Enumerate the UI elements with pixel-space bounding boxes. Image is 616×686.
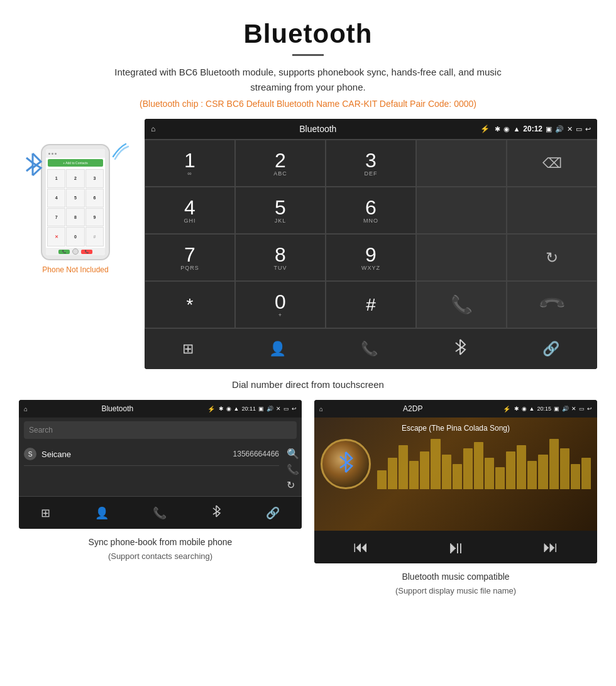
phone-key[interactable]: 4 bbox=[47, 189, 65, 207]
key-empty-4 bbox=[416, 234, 507, 281]
contact-row[interactable]: S Seicane 13566664466 bbox=[24, 443, 279, 466]
pb-home-icon[interactable]: ⌂ bbox=[24, 406, 28, 412]
phone-key[interactable]: 3 bbox=[85, 169, 104, 188]
key-4[interactable]: 4 GHI bbox=[145, 187, 235, 234]
phone-key[interactable]: ✕ bbox=[47, 227, 65, 246]
pb-phone-icon[interactable]: 📞 bbox=[153, 506, 167, 520]
prev-icon[interactable]: ⏮ bbox=[353, 538, 368, 556]
album-bt-icon bbox=[337, 451, 355, 478]
key-9[interactable]: 9 WXYZ bbox=[326, 234, 416, 281]
phone-key[interactable]: 7 bbox=[47, 208, 65, 227]
pb-close-icon[interactable]: ✕ bbox=[276, 406, 281, 412]
rect-status-icon[interactable]: ▭ bbox=[576, 125, 582, 133]
music-status-title: A2DP bbox=[327, 404, 499, 413]
pb-call-icon[interactable]: 📞 bbox=[287, 463, 299, 475]
svg-line-7 bbox=[340, 464, 346, 468]
contacts-icon[interactable]: 👤 bbox=[269, 341, 286, 357]
key-2[interactable]: 2 ABC bbox=[235, 140, 326, 187]
close-status-icon[interactable]: ✕ bbox=[567, 125, 573, 133]
pb-contacts-icon[interactable]: 👤 bbox=[95, 506, 109, 520]
play-pause-icon[interactable]: ⏯ bbox=[447, 537, 465, 558]
key-5[interactable]: 5 JKL bbox=[235, 187, 326, 234]
pb-status-icons: ✱ ◉ ▲ 20:11 ▣ 🔊 ✕ ▭ ↩ bbox=[219, 406, 297, 412]
phone-key[interactable]: 0 bbox=[66, 227, 84, 246]
viz-bar bbox=[399, 445, 408, 489]
pb-back-icon[interactable]: ↩ bbox=[292, 406, 297, 412]
phone-keypad: 1 2 3 4 5 6 7 8 9 ✕ 0 # bbox=[46, 168, 105, 248]
pb-sync-icon[interactable]: ↻ bbox=[287, 479, 299, 491]
key-6[interactable]: 6 MNO bbox=[326, 187, 416, 234]
viz-bar bbox=[409, 461, 419, 489]
music-back-icon[interactable]: ↩ bbox=[587, 406, 592, 412]
status-time: 20:12 bbox=[523, 124, 542, 133]
back-status-icon[interactable]: ↩ bbox=[585, 125, 591, 133]
key-call-red[interactable]: 📞 bbox=[507, 281, 597, 328]
contact-name: Seicane bbox=[41, 450, 228, 459]
phone-illustration: + Add to Contacts 1 2 3 4 5 6 7 8 9 ✕ 0 bbox=[19, 119, 132, 274]
pb-sig-icon: ▲ bbox=[234, 406, 239, 412]
phone-body: + Add to Contacts 1 2 3 4 5 6 7 8 9 ✕ 0 bbox=[41, 144, 110, 260]
viz-bar bbox=[463, 448, 473, 489]
bluetooth-signal-icon bbox=[107, 138, 132, 167]
phone-key[interactable]: 9 bbox=[85, 208, 104, 227]
phone-key[interactable]: 5 bbox=[66, 189, 84, 207]
volume-status-icon[interactable]: 🔊 bbox=[555, 125, 564, 133]
pb-dialpad-icon[interactable]: ⊞ bbox=[41, 506, 50, 520]
home-icon[interactable]: ⌂ bbox=[151, 124, 155, 133]
dialpad-icon[interactable]: ⊞ bbox=[182, 341, 194, 357]
viz-bar bbox=[453, 464, 462, 489]
music-usb-icon: ⚡ bbox=[503, 406, 510, 412]
music-close-icon[interactable]: ✕ bbox=[571, 406, 576, 412]
pb-search-bar[interactable]: Search bbox=[24, 421, 297, 439]
music-sig-icon: ▲ bbox=[529, 406, 535, 412]
phone-key[interactable]: 6 bbox=[85, 189, 104, 207]
key-3[interactable]: 3 DEF bbox=[326, 140, 416, 187]
link-icon[interactable]: 🔗 bbox=[542, 341, 559, 357]
phone-key[interactable]: 1 bbox=[47, 169, 65, 188]
viz-bar bbox=[388, 458, 397, 489]
pb-vol-icon[interactable]: 🔊 bbox=[267, 406, 273, 412]
phone-key[interactable]: # bbox=[85, 227, 104, 246]
key-empty-1 bbox=[416, 140, 507, 187]
phone-key[interactable]: 2 bbox=[66, 169, 84, 188]
key-0[interactable]: 0 + bbox=[235, 281, 326, 328]
page-description: Integrated with BC6 Bluetooth module, su… bbox=[113, 65, 503, 95]
key-7[interactable]: 7 PQRS bbox=[145, 234, 235, 281]
camera-status-icon[interactable]: ▣ bbox=[546, 125, 552, 133]
pb-link-icon[interactable]: 🔗 bbox=[266, 506, 280, 520]
phone-icon[interactable]: 📞 bbox=[361, 341, 378, 357]
signal-status-icon: ▲ bbox=[513, 125, 520, 133]
key-backspace[interactable]: ⌫ bbox=[507, 140, 597, 187]
phone-screen-header bbox=[46, 149, 105, 158]
contact-number: 13566664466 bbox=[233, 450, 279, 458]
pb-search-text: Search bbox=[29, 426, 53, 434]
viz-bar bbox=[571, 464, 580, 489]
pb-right-col: 🔍 📞 ↻ bbox=[284, 443, 302, 496]
music-vol-icon[interactable]: 🔊 bbox=[562, 406, 569, 412]
key-hash[interactable]: # bbox=[326, 281, 416, 328]
pb-search-icon[interactable]: 🔍 bbox=[287, 448, 299, 460]
key-star[interactable]: * bbox=[145, 281, 235, 328]
key-reload[interactable]: ↻ bbox=[507, 234, 597, 281]
pb-rect-icon[interactable]: ▭ bbox=[283, 406, 289, 412]
music-home-icon[interactable]: ⌂ bbox=[319, 406, 323, 412]
music-item: ⌂ A2DP ⚡ ✱ ◉ ▲ 20:15 ▣ 🔊 ✕ ▭ ↩ Escape (T… bbox=[314, 400, 597, 598]
key-1[interactable]: 1 ∞ bbox=[145, 140, 235, 187]
music-cam-icon[interactable]: ▣ bbox=[554, 406, 559, 412]
phone-key[interactable]: 8 bbox=[66, 208, 84, 227]
music-song-title: Escape (The Pina Colada Song) bbox=[402, 424, 510, 433]
bluetooth-action-icon[interactable] bbox=[453, 338, 467, 360]
music-content-row bbox=[321, 439, 591, 489]
bt-status-icon: ✱ bbox=[495, 125, 500, 133]
pb-bluetooth-icon[interactable] bbox=[211, 505, 221, 521]
key-8[interactable]: 8 TUV bbox=[235, 234, 326, 281]
pb-cam-icon[interactable]: ▣ bbox=[258, 406, 264, 412]
music-screen: ⌂ A2DP ⚡ ✱ ◉ ▲ 20:15 ▣ 🔊 ✕ ▭ ↩ Escape (T… bbox=[314, 400, 597, 563]
viz-bar bbox=[442, 455, 451, 489]
phone-status-bar: + Add to Contacts bbox=[48, 159, 103, 167]
key-call-green[interactable]: 📞 bbox=[416, 281, 507, 328]
music-rect-icon[interactable]: ▭ bbox=[579, 406, 585, 412]
page-specs: (Bluetooth chip : CSR BC6 Default Blueto… bbox=[13, 99, 603, 109]
bluetooth-large-icon bbox=[22, 150, 44, 184]
next-icon[interactable]: ⏭ bbox=[543, 538, 558, 556]
